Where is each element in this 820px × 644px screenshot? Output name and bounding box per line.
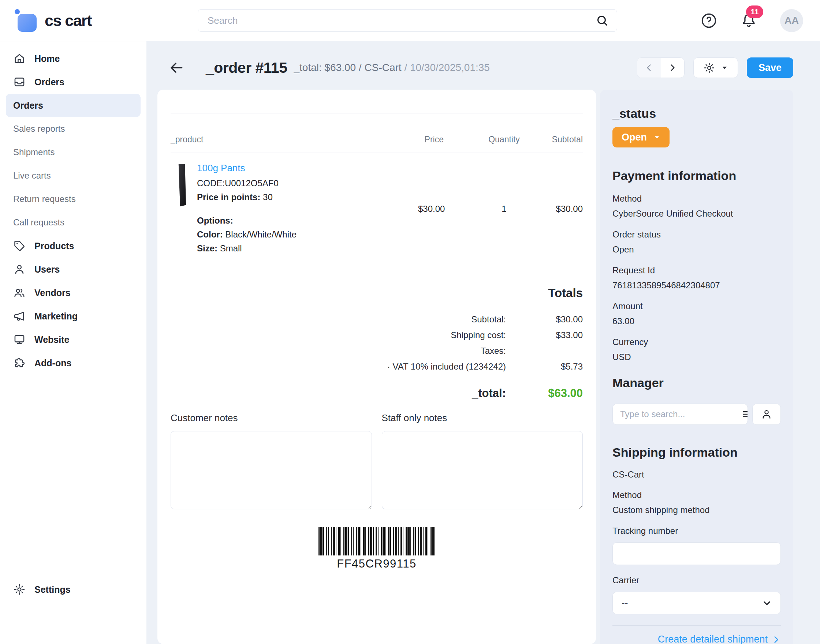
manager-list-button[interactable]: [741, 404, 748, 425]
barcode-value: FF45CR99115: [337, 557, 416, 570]
carrier-value: --: [622, 598, 628, 609]
payment-field: Order status Open: [613, 229, 781, 255]
grand-total-label: _total:: [170, 387, 506, 400]
sidebar-item-marketing[interactable]: Marketing: [0, 304, 146, 328]
status-dropdown-button[interactable]: Open: [613, 127, 670, 147]
sidebar-item-orders[interactable]: Orders: [0, 70, 146, 94]
sidebar-label: Home: [34, 54, 60, 64]
product-points: Price in points: 30: [197, 190, 296, 204]
column-price: Price: [418, 135, 462, 144]
avatar[interactable]: AA: [780, 9, 803, 32]
order-settings-dropdown[interactable]: [693, 57, 738, 78]
sidebar-item-products[interactable]: Products: [0, 234, 146, 258]
shipping-heading: Shipping information: [613, 445, 781, 460]
sidebar-subitem-live-carts[interactable]: Live carts: [0, 164, 146, 187]
logo-text: cs cart: [45, 12, 92, 30]
sidebar-label: Marketing: [34, 311, 78, 322]
orders-icon: [13, 76, 26, 88]
sidebar-item-users[interactable]: Users: [0, 258, 146, 281]
back-button[interactable]: [168, 60, 184, 76]
sidebar-subitem-orders[interactable]: Orders: [6, 94, 141, 117]
chevron-left-icon: [644, 63, 654, 72]
shipping-company: CS-Cart: [613, 469, 781, 480]
sidebar-sublabel: Return requests: [13, 194, 76, 204]
main-content: _order #115 _total: $63.00 / CS-Cart / 1…: [146, 41, 820, 644]
sidebar-label: Add-ons: [34, 358, 71, 368]
order-pagination: [637, 57, 685, 78]
users-group-icon: [13, 287, 26, 299]
cscart-logo-icon: [15, 9, 37, 32]
save-button[interactable]: Save: [747, 57, 793, 78]
help-icon[interactable]: [700, 12, 717, 29]
totals-value: [506, 346, 583, 356]
sidebar-label: Orders: [34, 77, 64, 87]
totals-label: · VAT 10% included (1234242): [170, 362, 506, 372]
search-icon[interactable]: [595, 14, 609, 28]
sidebar-subitem-sales-reports[interactable]: Sales reports: [0, 117, 146, 141]
manager-controls: [613, 403, 781, 425]
status-value: Open: [622, 132, 647, 143]
payment-field: Request Id 7618133589546842304807: [613, 265, 781, 291]
column-product: _product: [170, 135, 418, 144]
sidebar-item-home[interactable]: Home: [0, 47, 146, 70]
staff-notes-label: Staff only notes: [382, 412, 583, 424]
order-header: _order #115 _total: $63.00 / CS-Cart / 1…: [157, 57, 793, 78]
sidebar-sublabel: Orders: [13, 100, 43, 111]
search-input[interactable]: [198, 9, 617, 32]
sidebar-item-settings[interactable]: Settings: [0, 578, 146, 601]
order-totals: Totals Subtotal: $30.00 Shipping cost: $…: [170, 286, 583, 400]
sidebar-item-website[interactable]: Website: [0, 328, 146, 351]
sidebar-subitem-shipments[interactable]: Shipments: [0, 141, 146, 164]
totals-value: $30.00: [506, 314, 583, 325]
assign-manager-button[interactable]: [752, 403, 781, 425]
previous-order-button[interactable]: [637, 58, 661, 78]
staff-notes-textarea[interactable]: [382, 431, 583, 509]
barcode-image: [318, 527, 435, 555]
next-order-button[interactable]: [661, 58, 684, 78]
global-search: [198, 9, 617, 32]
sidebar-item-vendors[interactable]: Vendors: [0, 281, 146, 304]
cscart-logo[interactable]: cs cart: [15, 9, 106, 32]
carrier-label: Carrier: [613, 575, 781, 586]
sidebar-subitem-return-requests[interactable]: Return requests: [0, 187, 146, 211]
payment-field: Method CyberSource Unified Checkout: [613, 193, 781, 219]
sidebar-label: Products: [34, 241, 74, 251]
caret-down-icon: [653, 134, 660, 141]
manager-heading: Manager: [613, 375, 781, 390]
user-icon: [13, 263, 26, 276]
gear-icon: [703, 62, 715, 74]
notifications-button[interactable]: 11: [740, 12, 757, 29]
tracking-number-input[interactable]: [613, 542, 781, 565]
home-icon: [13, 52, 26, 65]
customer-notes-textarea[interactable]: [170, 431, 372, 509]
tracking-field: Tracking number: [613, 525, 781, 565]
topbar: cs cart 11 AA: [0, 0, 820, 41]
monitor-icon: [13, 333, 26, 346]
grand-total-value: $63.00: [506, 387, 583, 400]
product-thumbnail[interactable]: [177, 164, 186, 206]
order-subtitle: _total: $63.00 / CS-Cart / 10/30/2025,01…: [293, 62, 490, 74]
sidebar-subitem-call-requests[interactable]: Call requests: [0, 211, 146, 234]
product-price: $30.00: [418, 204, 462, 214]
order-barcode: FF45CR99115: [170, 527, 583, 570]
back-arrow-icon: [168, 60, 184, 76]
sidebar: Home Orders Orders Sales reports Shipmen…: [0, 41, 146, 644]
chevron-right-icon: [668, 63, 677, 72]
column-quantity: Quantity: [462, 135, 524, 144]
carrier-select[interactable]: --: [613, 592, 781, 614]
product-quantity: 1: [462, 204, 524, 214]
sidebar-item-addons[interactable]: Add-ons: [0, 351, 146, 375]
create-shipment-link[interactable]: Create detailed shipment: [613, 634, 781, 644]
sidebar-label: Users: [34, 264, 60, 275]
carrier-field: Carrier --: [613, 575, 781, 614]
payment-heading: Payment information: [613, 168, 781, 183]
product-code: CODE:U0012O5AF0: [197, 176, 296, 190]
tag-icon: [13, 240, 26, 252]
manager-search: [613, 403, 748, 425]
order-card: _product Price Quantity Subtotal 100g Pa…: [157, 90, 596, 644]
sidebar-label: Website: [34, 334, 69, 345]
product-name-link[interactable]: 100g Pants: [197, 163, 296, 173]
payment-field: Amount 63.00: [613, 301, 781, 327]
megaphone-icon: [13, 310, 26, 322]
manager-search-input[interactable]: [613, 404, 741, 425]
